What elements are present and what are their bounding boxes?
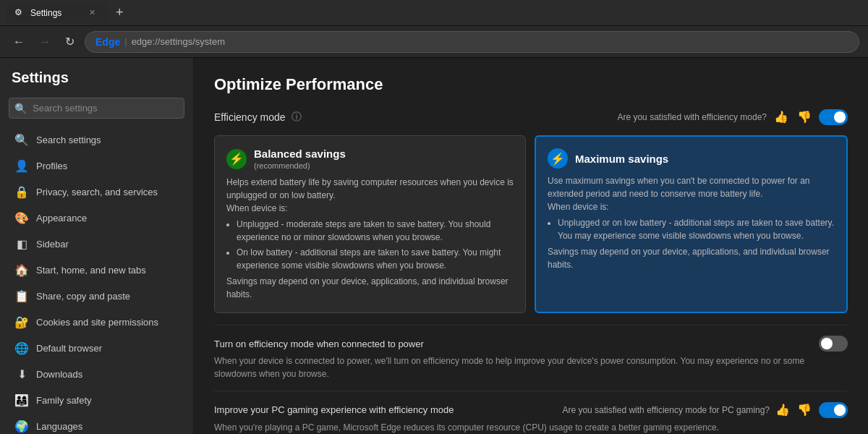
nav-label: Start, home, and new tabs	[36, 265, 146, 276]
search-icon: 🔍	[14, 103, 27, 114]
tab-label: Settings	[30, 8, 61, 18]
balanced-savings-card[interactable]: ⚡ Balanced savings (recommended) Helps e…	[214, 135, 526, 313]
address-separator: |	[124, 36, 127, 47]
balanced-intro: Helps extend battery life by saving comp…	[226, 176, 514, 202]
gaming-thumbs-up[interactable]: 👍	[774, 401, 791, 418]
profiles-icon: 👤	[14, 159, 29, 173]
appearance-icon: 🎨	[14, 211, 29, 225]
balanced-card-header: ⚡ Balanced savings (recommended)	[226, 148, 514, 170]
balanced-card-title-block: Balanced savings (recommended)	[254, 148, 346, 170]
sidebar-item-appearance[interactable]: 🎨 Appearance	[3, 205, 190, 231]
sidebar-item-privacy[interactable]: 🔒 Privacy, search, and services	[3, 179, 190, 205]
tab-close-button[interactable]: ✕	[86, 7, 98, 19]
gaming-toggle[interactable]	[819, 402, 848, 418]
nav-label: Downloads	[36, 369, 82, 380]
address-text: edge://settings/system	[132, 36, 225, 47]
efficiency-mode-section: Efficiency mode ⓘ Are you satisfied with…	[214, 109, 848, 434]
nav-label: Sidebar	[36, 239, 69, 250]
balanced-bullets: Unplugged - moderate steps are taken to …	[226, 218, 514, 272]
titlebar-tabs: ⚙ Settings ✕ +	[6, 2, 862, 23]
content-area: Optimize Performance Efficiency mode ⓘ A…	[194, 58, 868, 434]
default-browser-icon: 🌐	[14, 341, 29, 355]
tab-settings[interactable]: ⚙ Settings ✕	[6, 2, 107, 23]
sidebar-item-languages[interactable]: 🌍 Languages	[3, 414, 190, 434]
titlebar: ⚙ Settings ✕ +	[0, 0, 868, 26]
search-input[interactable]	[9, 98, 184, 119]
cookies-icon: 🔐	[14, 315, 29, 329]
efficiency-power-desc: When your device is connected to power, …	[214, 354, 848, 380]
sidebar-title: Settings	[0, 69, 193, 98]
gaming-desc: When you're playing a PC game, Microsoft…	[214, 421, 848, 434]
balanced-when: When device is:	[226, 202, 514, 215]
maximum-bullet-0: Unplugged or on low battery - additional…	[558, 216, 835, 242]
sidebar-item-sidebar[interactable]: ◧ Sidebar	[3, 231, 190, 257]
nav-label: Search settings	[36, 135, 101, 145]
address-path: edge://settings/system	[132, 36, 225, 47]
maximum-savings-note: Savings may depend on your device, appli…	[548, 245, 835, 271]
balanced-savings-note: Savings may depend on your device, appli…	[226, 275, 514, 301]
efficiency-power-controls	[819, 336, 848, 352]
sidebar-item-downloads[interactable]: ⬇ Downloads	[3, 362, 190, 387]
balanced-card-subtitle: (recommended)	[254, 161, 346, 170]
balanced-bullet-1: On low battery - additional steps are ta…	[237, 246, 514, 272]
efficiency-mode-label: Efficiency mode	[214, 111, 286, 123]
main-layout: Settings 🔍 🔍 Search settings 👤 Profiles …	[0, 58, 868, 434]
maximum-card-body: Use maximum savings when you can't be co…	[548, 174, 835, 271]
efficiency-satisfaction-row: Are you satisfied with efficiency mode? …	[617, 109, 848, 125]
sidebar-item-profiles[interactable]: 👤 Profiles	[3, 153, 190, 179]
setting-row-gaming: Improve your PC gaming experience with e…	[214, 391, 848, 434]
maximum-card-icon: ⚡	[548, 148, 568, 169]
sidebar-item-family-safety[interactable]: 👨‍👩‍👧 Family safety	[3, 388, 190, 413]
start-home-icon: 🏠	[14, 263, 29, 277]
nav-label: Family safety	[36, 395, 92, 406]
efficiency-mode-slider	[819, 109, 848, 125]
sidebar-item-default-browser[interactable]: 🌐 Default browser	[3, 336, 190, 361]
efficiency-mode-toggle[interactable]	[819, 109, 848, 125]
sidebar-item-start-home[interactable]: 🏠 Start, home, and new tabs	[3, 258, 190, 283]
gaming-controls: Are you satisfied with efficiency mode f…	[562, 401, 848, 418]
sidebar: Settings 🔍 🔍 Search settings 👤 Profiles …	[0, 58, 194, 434]
maximum-card-title-block: Maximum savings	[575, 153, 668, 165]
sidebar-icon: ◧	[14, 237, 29, 251]
settings-tab-icon: ⚙	[14, 7, 26, 19]
thumbs-up-button[interactable]: 👍	[773, 109, 790, 125]
share-icon: 📋	[14, 289, 29, 303]
refresh-button[interactable]: ↻	[61, 30, 79, 53]
thumbs-down-button[interactable]: 👎	[796, 109, 813, 125]
gaming-title: Improve your PC gaming experience with e…	[214, 404, 550, 415]
forward-button[interactable]: →	[35, 31, 55, 53]
maximum-card-header: ⚡ Maximum savings	[548, 148, 835, 169]
privacy-icon: 🔒	[14, 185, 29, 199]
efficiency-power-slider	[819, 336, 848, 352]
page-title: Optimize Performance	[214, 75, 848, 94]
nav-label: Appearance	[36, 213, 87, 224]
sidebar-item-share-copy[interactable]: 📋 Share, copy and paste	[3, 284, 190, 309]
sidebar-item-search-settings[interactable]: 🔍 Search settings	[3, 127, 190, 153]
address-bar[interactable]: Edge | edge://settings/system	[85, 31, 859, 53]
toolbar: ← → ↻ Edge | edge://settings/system	[0, 26, 868, 58]
search-box: 🔍	[9, 98, 184, 119]
downloads-icon: ⬇	[14, 367, 29, 381]
nav-label: Cookies and site permissions	[36, 317, 158, 328]
search-settings-icon: 🔍	[14, 133, 29, 147]
setting-row-efficiency-power: Turn on efficiency mode when connected t…	[214, 325, 848, 391]
help-icon[interactable]: ⓘ	[292, 111, 302, 124]
maximum-bullets: Unplugged or on low battery - additional…	[548, 216, 835, 242]
efficiency-mode-header: Efficiency mode ⓘ Are you satisfied with…	[214, 109, 848, 125]
gaming-satisfaction-label: Are you satisfied with efficiency mode f…	[562, 405, 770, 415]
gaming-slider	[819, 402, 848, 418]
balanced-bullet-0: Unplugged - moderate steps are taken to …	[237, 218, 514, 244]
family-icon: 👨‍👩‍👧	[14, 393, 29, 407]
balanced-card-icon: ⚡	[226, 149, 247, 169]
balanced-card-title: Balanced savings	[254, 148, 346, 160]
back-button[interactable]: ←	[9, 31, 29, 53]
new-tab-button[interactable]: +	[110, 2, 129, 23]
gaming-thumbs-down[interactable]: 👎	[796, 401, 813, 418]
gaming-satisfaction: Are you satisfied with efficiency mode f…	[562, 401, 813, 418]
edge-logo: Edge	[95, 36, 120, 48]
efficiency-power-toggle[interactable]	[819, 336, 848, 352]
maximum-card-title: Maximum savings	[575, 153, 668, 165]
maximum-savings-card[interactable]: ⚡ Maximum savings Use maximum savings wh…	[535, 135, 848, 313]
languages-icon: 🌍	[14, 420, 29, 433]
sidebar-item-cookies[interactable]: 🔐 Cookies and site permissions	[3, 310, 190, 335]
